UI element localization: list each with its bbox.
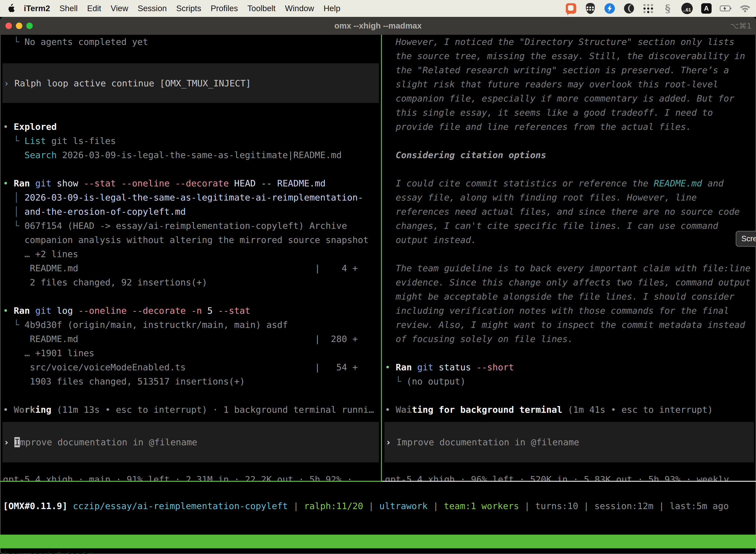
terminal-line: However, I noticed the "Directory Struct…	[385, 35, 756, 49]
moon-phase-icon[interactable]	[623, 2, 635, 14]
terminal-line: • Ran git status --short	[385, 360, 756, 374]
text-cursor: I	[14, 437, 20, 447]
squiggle-icon[interactable]: §	[662, 2, 674, 14]
terminal-window: omx --xhigh --madmax ⌥⌘1 └ No agents com…	[0, 17, 756, 554]
terminal-line	[385, 346, 756, 360]
terminal-line: └ 4b9d30f (origin/main, instructkr/main,…	[3, 318, 381, 332]
macos-menu-bar: iTerm2 Shell Edit View Session Scripts P…	[0, 0, 756, 17]
badge-61-icon[interactable]: ..61	[681, 2, 693, 14]
right-input-text: Improve documentation in @filename	[396, 437, 579, 447]
menu-item-iterm2[interactable]: iTerm2	[24, 4, 50, 13]
terminal-line: └ List git ls-files	[3, 134, 381, 148]
terminal-line: 2 files changed, 92 insertions(+)	[3, 275, 381, 289]
terminal-line: src/voice/voiceModeEnabled.ts | 54 +	[3, 360, 381, 374]
menu-item-toolbelt[interactable]: Toolbelt	[247, 4, 275, 13]
ralph-inject-box[interactable]: › Ralph loop active continue [OMX_TMUX_I…	[2, 63, 379, 103]
terminal-line: companion file, especially if more comme…	[385, 91, 756, 106]
terminal-line	[3, 162, 381, 176]
terminal-line: including verification notes with those …	[385, 303, 756, 318]
menu-item-profiles[interactable]: Profiles	[210, 4, 238, 13]
terminal-line: README.md | 4 +	[3, 261, 381, 275]
right-input-box[interactable]: › Improve documentation in @filename	[384, 422, 754, 462]
screen: iTerm2 Shell Edit View Session Scripts P…	[0, 0, 756, 554]
terminal-line: • Waiting for background terminal (1m 41…	[385, 403, 756, 417]
terminal-line: • Ran git show --stat --oneline --decora…	[3, 176, 381, 190]
menu-item-scripts[interactable]: Scripts	[176, 4, 201, 13]
terminal-line: … +1901 lines	[3, 346, 381, 360]
terminal-line: output instead.	[385, 233, 756, 247]
menu-item-view[interactable]: View	[111, 4, 128, 13]
right-session-status: gpt-5.4 xhigh · 96% left · 520K in · 5.8…	[385, 472, 740, 482]
right-pane-bottom-border	[382, 481, 756, 482]
left-input-box[interactable]: › Improve documentation in @filename	[2, 422, 379, 462]
terminal-line: └ No agents completed yet	[3, 35, 381, 49]
wifi-icon[interactable]	[739, 2, 751, 14]
menu-item-edit[interactable]: Edit	[87, 4, 101, 13]
terminal-line: references need actual files, and since …	[385, 205, 756, 219]
terminal-line: │ and-the-erosion-of-copyleft.md	[3, 205, 381, 219]
dots-grid-icon[interactable]	[642, 2, 654, 14]
terminal-line	[385, 247, 756, 261]
battery-icon[interactable]	[720, 2, 732, 14]
left-input-text: mprove documentation in @filename	[20, 437, 197, 447]
screen-tooltip: Scre	[736, 231, 756, 247]
terminal-line: might be acceptable alongside the file l…	[385, 289, 756, 303]
tmux-session-label: [omx-cczip0:bash*	[2, 548, 94, 554]
bolt-badge-icon[interactable]	[604, 2, 616, 14]
chat-bubble-icon[interactable]	[565, 2, 577, 14]
terminal-line	[385, 134, 756, 148]
ralph-inject-text: Ralph loop active continue [OMX_TMUX_INJ…	[14, 78, 251, 88]
terminal-line	[385, 162, 756, 176]
right-pane: However, I noticed the "Directory Struct…	[382, 35, 756, 482]
terminal-line: of focusing solely on file lines.	[385, 332, 756, 346]
terminal-line: slight risk that future readers may over…	[385, 77, 756, 91]
terminal-content: └ No agents completed yet• Explored └ Li…	[0, 35, 756, 482]
menu-item-help[interactable]: Help	[323, 4, 340, 13]
terminal-line	[3, 106, 381, 120]
terminal-line: evidence. Since this change only affects…	[385, 275, 756, 289]
prompt-chevron-icon: ›	[386, 437, 396, 447]
terminal-line: essay file, along with finding root file…	[385, 190, 756, 205]
terminal-line: the "Related research writing" section i…	[385, 63, 756, 77]
left-pane: └ No agents completed yet• Explored └ Li…	[0, 35, 381, 482]
terminal-line: review. Also, I might want to inspect th…	[385, 318, 756, 332]
terminal-line: • Ran git log --oneline --decorate -n 5 …	[3, 303, 381, 318]
terminal-line: 1903 files changed, 513517 insertions(+)	[3, 374, 381, 388]
menu-item-shell[interactable]: Shell	[60, 4, 78, 13]
terminal-line: • Explored	[3, 120, 381, 134]
tmux-status-bar: [omx-cczip0:bash* "MacBook-Pro-44.local"…	[0, 535, 756, 548]
terminal-line: README.md | 280 +	[3, 332, 381, 346]
terminal-line: I could cite commit statistics or refere…	[385, 176, 756, 190]
terminal-line: companion analysis without altering the …	[3, 233, 381, 247]
terminal-line	[3, 289, 381, 303]
menu-item-window[interactable]: Window	[285, 4, 314, 13]
terminal-line: … +2 lines	[3, 247, 381, 261]
terminal-line: │ 2026-03-09-is-legal-the-same-as-legiti…	[3, 190, 381, 205]
terminal-line: └ 067f154 (HEAD -> essay/ai-reimplementa…	[3, 219, 381, 233]
terminal-line: Search 2026-03-09-is-legal-the-same-as-l…	[3, 148, 381, 162]
window-title: omx --xhigh --madmax	[0, 17, 756, 35]
terminal-line: └ (no output)	[385, 374, 756, 388]
omx-status-bar: [OMX#0.11.9] cczip/essay/ai-reimplementa…	[3, 499, 729, 513]
apple-logo-icon[interactable]	[7, 4, 15, 13]
keypad-shield-icon[interactable]	[584, 2, 596, 14]
prompt-chevron-icon: ›	[4, 437, 14, 447]
title-bar: omx --xhigh --madmax ⌥⌘1	[0, 17, 756, 35]
terminal-line: • Working (11m 13s • esc to interrupt) ·…	[3, 403, 381, 417]
terminal-line: changes, I can't cite specific file line…	[385, 219, 756, 233]
left-session-status: gpt-5.4 xhigh · main · 91% left · 2.31M …	[3, 472, 363, 482]
terminal-line: the source tree, missing the essay. Stil…	[385, 49, 756, 63]
window-shortcut-badge: ⌥⌘1	[730, 17, 752, 35]
screen-tooltip-text: Scre	[741, 234, 756, 243]
input-source-icon[interactable]: A	[700, 2, 712, 14]
left-pane-bottom-border	[0, 481, 382, 482]
terminal-line	[3, 49, 381, 63]
terminal-line	[3, 388, 381, 403]
right-pane-lines: However, I noticed the "Directory Struct…	[382, 35, 756, 417]
menu-status-icons: § ..61 A	[565, 2, 756, 14]
terminal-line: The team guideline is to back every impo…	[385, 261, 756, 275]
terminal-line	[385, 388, 756, 403]
menu-item-session[interactable]: Session	[138, 4, 167, 13]
prompt-chevron-icon: ›	[4, 78, 14, 88]
terminal-line: provide file and line references from th…	[385, 120, 756, 134]
